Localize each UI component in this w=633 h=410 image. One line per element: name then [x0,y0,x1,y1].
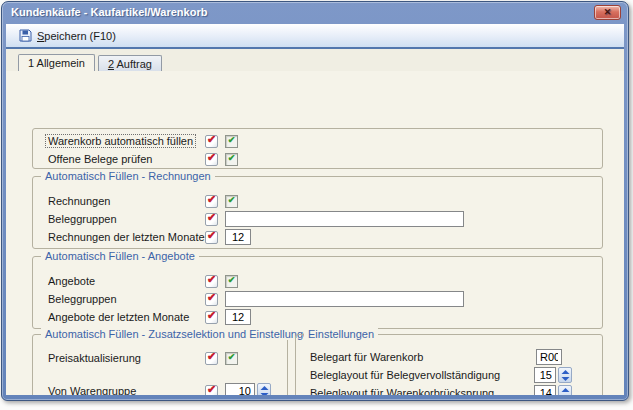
field-label: Rechnungen [48,195,205,207]
beleglayout-vervollstaendigung-spinner[interactable] [558,367,572,383]
beleggruppen-rechnungen-input[interactable] [225,211,464,227]
beleggruppen-angebote-input[interactable] [225,291,464,307]
group-title: Automatisch Füllen - Angebote [41,250,199,262]
von-warengruppe-spinner[interactable] [257,383,271,395]
doc-check-icon[interactable]: ✔ [205,352,218,365]
form-row-offene-belege: Offene Belege prüfen ✔ ✔ [33,150,602,168]
form-row-angebote: Angebote ✔ ✔ [33,272,602,290]
spacer [33,367,287,382]
titlebar[interactable]: Kundenkäufe - Kaufartikel/Warenkorb ✕ [2,2,628,23]
warenkorb-checkbox[interactable]: ✔ [225,135,238,148]
group-title: Automatisch Füllen - Zusatzselektion und… [41,328,319,340]
form-row-rechnungen: Rechnungen ✔ ✔ [33,192,602,210]
form-row-beleggruppen: Beleggruppen ✔ [33,210,602,228]
field-label: Angebote [48,275,205,287]
von-warengruppe-input[interactable] [225,383,255,395]
tab-auftrag[interactable]: 2 Auftrag [98,55,162,71]
doc-check-icon[interactable]: ✔ [205,311,218,324]
spinner-arrows-icon [561,370,570,381]
field-label: Von Warengruppe [48,385,205,395]
window-title: Kundenkäufe - Kaufartikel/Warenkorb [11,6,207,18]
offene-belege-checkbox[interactable]: ✔ [225,153,238,166]
belegart-warenkorb-input[interactable] [536,349,562,365]
save-button[interactable]: Speichern (F10) [13,25,122,46]
field-label: Angebote der letzten Monate [48,311,205,323]
spinner-arrows-icon [260,386,269,396]
spinner-arrows-icon [561,388,570,396]
form-row-beleggruppen: Beleggruppen ✔ [33,290,602,308]
field-label: Warenkorb automatisch füllen [48,134,205,148]
field-label: Beleggruppen [48,213,205,225]
form-row-von-warengruppe: Von Warengruppe ✔ [33,382,287,395]
doc-check-icon[interactable]: ✔ [205,195,218,208]
doc-check-icon[interactable]: ✔ [205,385,218,396]
close-icon: ✕ [604,8,612,17]
form-row-belegart: Belegart für Warenkorb [296,348,602,366]
form-row-layout-ruecksprung: Beleglayout für Warenkorbrücksprung [296,384,602,395]
field-label: Beleglayout für Warenkorbrücksprung [310,387,494,395]
angebote-monate-input[interactable] [225,309,251,325]
doc-check-icon[interactable]: ✔ [205,275,218,288]
field-label: Preisaktualisierung [48,352,205,364]
field-label: Belegart für Warenkorb [310,351,423,363]
form-row-monate: Rechnungen der letzten Monate ✔ [33,228,602,246]
form-row-preisaktualisierung: Preisaktualisierung ✔ ✔ [33,349,287,367]
group-rechnungen: Automatisch Füllen - Rechnungen Rechnung… [32,176,603,249]
group-title: Einstellungen [304,328,378,340]
rechnungen-checkbox[interactable]: ✔ [225,195,238,208]
tab-strip: 1 Allgemein 2 Auftrag [6,49,624,71]
rechnungen-monate-input[interactable] [225,229,251,245]
beleglayout-ruecksprung-input[interactable] [534,385,556,395]
field-label: Rechnungen der letzten Monate [48,231,205,243]
save-floppy-icon [19,29,32,42]
angebote-checkbox[interactable]: ✔ [225,275,238,288]
preisaktualisierung-checkbox[interactable]: ✔ [225,352,238,365]
form-row-warenkorb: Warenkorb automatisch füllen ✔ ✔ [33,132,602,150]
group-angebote: Automatisch Füllen - Angebote Angebote ✔… [32,256,603,329]
doc-check-icon[interactable]: ✔ [205,293,218,306]
toolbar: Speichern (F10) [6,24,624,49]
doc-check-icon[interactable]: ✔ [205,213,218,226]
group-einstellungen: Einstellungen Belegart für Warenkorb Bel… [295,334,603,395]
group-general: Warenkorb automatisch füllen ✔ ✔ Offene … [32,128,603,169]
beleglayout-vervollstaendigung-input[interactable] [534,367,556,383]
form-row-layout-vervollstaendigung: Beleglayout für Belegvervollständigung [296,366,602,384]
window-body: Speichern (F10) 1 Allgemein 2 Auftrag Wa… [6,24,624,395]
save-button-label: Speichern (F10) [37,30,116,42]
tab-page-allgemein: Warenkorb automatisch füllen ✔ ✔ Offene … [6,71,624,395]
doc-check-icon[interactable]: ✔ [205,153,218,166]
beleglayout-ruecksprung-spinner[interactable] [558,385,572,395]
form-row-monate: Angebote der letzten Monate ✔ [33,308,602,326]
field-label: Offene Belege prüfen [48,153,205,165]
close-button[interactable]: ✕ [594,5,621,20]
group-zusatzselektion: Automatisch Füllen - Zusatzselektion und… [32,334,288,395]
tab-allgemein[interactable]: 1 Allgemein [18,54,95,71]
group-title: Automatisch Füllen - Rechnungen [41,170,215,182]
doc-check-icon[interactable]: ✔ [205,135,218,148]
doc-check-icon[interactable]: ✔ [205,231,218,244]
dialog-window: Kundenkäufe - Kaufartikel/Warenkorb ✕ Sp… [1,1,629,401]
field-label: Beleggruppen [48,293,205,305]
field-label: Beleglayout für Belegvervollständigung [310,369,500,381]
screen: Kundenkäufe - Kaufartikel/Warenkorb ✕ Sp… [0,0,633,410]
